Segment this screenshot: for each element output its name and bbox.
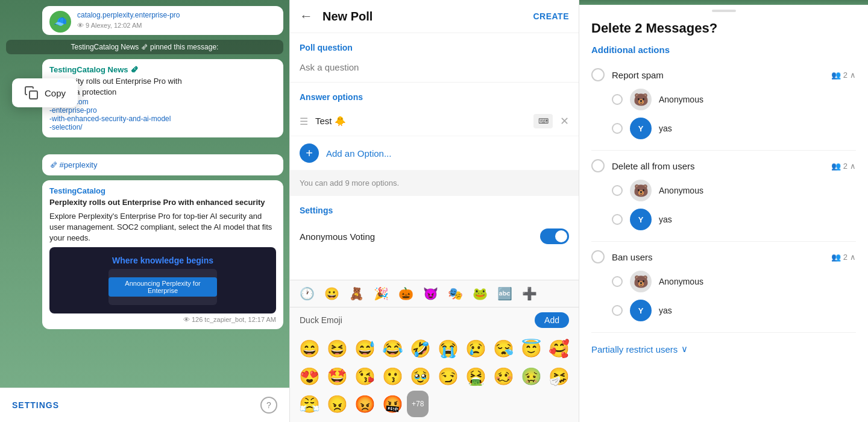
emoji-22[interactable]: 😠 bbox=[324, 391, 350, 417]
emoji-tabs: 🕐 😀 🧸 🎉 🎃 😈 🎭 🐸 🔤 ➕ bbox=[290, 280, 579, 307]
emoji-11[interactable]: 😍 bbox=[296, 363, 322, 389]
options-hint: You can add 9 more options. bbox=[290, 170, 579, 196]
msg1: Perplexity rolls out Enterprise Pro with bbox=[49, 76, 276, 87]
emoji-5[interactable]: 🤣 bbox=[407, 335, 433, 362]
emoji-17[interactable]: 🤮 bbox=[462, 363, 489, 389]
avatar-yas-ban: Y bbox=[630, 300, 652, 321]
radio-spam[interactable] bbox=[591, 68, 605, 81]
emoji-18[interactable]: 🥴 bbox=[490, 363, 517, 389]
user-row-anon-delete: 🐻 Anonymous bbox=[612, 176, 856, 205]
add-option-row[interactable]: + Add an Option... bbox=[290, 136, 579, 170]
emoji-12[interactable]: 🤩 bbox=[324, 363, 350, 389]
copy-popup[interactable]: Copy bbox=[12, 78, 78, 107]
user-row-anon-ban: 🐻 Anonymous bbox=[612, 267, 856, 296]
radio-delete[interactable] bbox=[591, 159, 605, 172]
bottom-meta: 👁 126 tc_zapier_bot, 12:17 AM bbox=[49, 316, 276, 323]
emoji-tab-smile[interactable]: 😀 bbox=[321, 284, 343, 303]
emoji-7[interactable]: 😢 bbox=[462, 335, 489, 362]
emoji-20[interactable]: 🤧 bbox=[546, 363, 572, 389]
emoji-tab-frog[interactable]: 🐸 bbox=[469, 284, 491, 303]
handle-bar bbox=[712, 10, 736, 12]
emoji-tab-text[interactable]: 🔤 bbox=[494, 284, 516, 303]
emoji-tab-add[interactable]: ➕ bbox=[518, 284, 541, 303]
link2[interactable]: -enterprise-pro bbox=[49, 106, 276, 115]
user-list-delete: 🐻 Anonymous Y yas bbox=[591, 176, 856, 239]
add-option-label[interactable]: Add an Option... bbox=[326, 148, 391, 159]
chevron-spam: ∧ bbox=[850, 71, 856, 80]
question-input[interactable] bbox=[290, 57, 579, 83]
action-header-delete: Delete all from users 👥 2 ∧ bbox=[591, 153, 856, 176]
partially-restrict-link[interactable]: Partially restrict users ∨ bbox=[579, 335, 868, 363]
action-ban-users: Ban users 👥 2 ∧ 🐻 Anonymous Y yas bbox=[579, 244, 868, 333]
emoji-tab-party[interactable]: 🎉 bbox=[370, 284, 392, 303]
keyboard-icon[interactable]: ⌨ bbox=[533, 114, 553, 128]
help-icon[interactable]: ? bbox=[260, 397, 277, 414]
delete-handle bbox=[579, 5, 868, 14]
poll-panel: ← New Poll CREATE Poll question Answer o… bbox=[289, 0, 579, 422]
emoji-24[interactable]: 🤬 bbox=[379, 391, 406, 417]
emoji-21[interactable]: 😤 bbox=[296, 391, 322, 417]
emoji-tab-face2[interactable]: 😈 bbox=[420, 284, 442, 303]
emoji-more-badge[interactable]: +78 bbox=[407, 391, 429, 417]
pinned-notice: TestingCatalog News 🗞 pinned this messag… bbox=[6, 40, 283, 54]
emoji-14[interactable]: 😗 bbox=[379, 363, 406, 389]
username-anon-ban: Anonymous bbox=[659, 277, 703, 286]
radio-anon-spam[interactable] bbox=[612, 94, 623, 105]
link1[interactable]: catalog.com bbox=[49, 98, 276, 106]
emoji-2[interactable]: 😆 bbox=[324, 335, 350, 362]
user-count-delete: 👥 2 ∧ bbox=[831, 162, 856, 171]
add-circle-icon[interactable]: + bbox=[300, 143, 319, 163]
user-row-yas-delete: Y yas bbox=[612, 205, 856, 234]
anonymous-toggle[interactable] bbox=[540, 228, 569, 244]
users-icon-spam: 👥 bbox=[831, 71, 841, 80]
emoji-19[interactable]: 🤢 bbox=[518, 363, 544, 389]
eye-icon: 👁 bbox=[77, 22, 84, 29]
link4[interactable]: -selection/ bbox=[49, 123, 276, 131]
radio-anon-delete[interactable] bbox=[612, 185, 623, 196]
emoji-16[interactable]: 😏 bbox=[435, 363, 461, 389]
emoji-13[interactable]: 😘 bbox=[351, 363, 378, 389]
close-icon-1[interactable]: ✕ bbox=[560, 115, 569, 128]
emoji-6[interactable]: 😭 bbox=[435, 335, 461, 362]
link3[interactable]: -with-enhanced-security-and-ai-model bbox=[49, 115, 276, 123]
radio-yas-spam[interactable] bbox=[612, 123, 623, 134]
article-image: Where knowledge begins Announcing Perple… bbox=[49, 247, 276, 313]
emoji-9[interactable]: 😇 bbox=[518, 335, 544, 362]
radio-anon-ban[interactable] bbox=[612, 276, 623, 287]
emoji-tab-pumpkin[interactable]: 🎃 bbox=[395, 284, 417, 303]
radio-yas-delete[interactable] bbox=[612, 214, 623, 225]
poll-title: New Poll bbox=[322, 10, 533, 24]
emoji-tab-bear[interactable]: 🧸 bbox=[345, 284, 368, 303]
settings-button[interactable]: SETTINGS bbox=[12, 400, 59, 410]
emoji-1[interactable]: 😄 bbox=[296, 335, 322, 362]
radio-yas-ban[interactable] bbox=[612, 305, 623, 316]
emoji-tab-clock[interactable]: 🕐 bbox=[296, 284, 318, 303]
anonymous-label: Anonymous Voting bbox=[300, 231, 375, 242]
emoji-15[interactable]: 🥹 bbox=[407, 363, 433, 389]
emoji-23[interactable]: 😡 bbox=[351, 391, 378, 417]
emoji-8[interactable]: 😪 bbox=[490, 335, 517, 362]
avatar-yas-delete: Y bbox=[630, 209, 652, 230]
action-header-left-spam: Report spam bbox=[591, 68, 664, 81]
back-button[interactable]: ← bbox=[300, 8, 313, 24]
action-name-spam: Report spam bbox=[612, 70, 664, 80]
radio-ban[interactable] bbox=[591, 250, 605, 263]
top-link[interactable]: catalog.perplexity.enterprise-pro bbox=[77, 11, 276, 19]
main-message: TestingCatalog Perplexity rolls out Ente… bbox=[42, 180, 283, 329]
emoji-10[interactable]: 🥰 bbox=[546, 335, 572, 362]
copy-label[interactable]: Copy bbox=[45, 88, 66, 98]
avatar-anon-ban: 🐻 bbox=[630, 271, 652, 292]
answer-row-1: ☰ Test 🐥 ⌨ ✕ bbox=[290, 107, 579, 136]
create-button[interactable]: CREATE bbox=[533, 11, 569, 21]
action-header-left-delete: Delete all from users bbox=[591, 159, 695, 172]
emoji-4[interactable]: 😂 bbox=[379, 335, 406, 362]
drag-icon[interactable]: ☰ bbox=[300, 116, 308, 127]
partially-restrict-label[interactable]: Partially restrict users bbox=[591, 344, 678, 354]
delete-title: Delete 2 Messages? bbox=[579, 14, 868, 40]
chevron-ban: ∧ bbox=[850, 253, 856, 262]
poll-header: ← New Poll CREATE bbox=[290, 0, 579, 33]
emoji-add-button[interactable]: Add bbox=[535, 312, 569, 328]
emoji-tab-masks[interactable]: 🎭 bbox=[444, 284, 467, 303]
emoji-3[interactable]: 😅 bbox=[351, 335, 378, 362]
additional-actions-label: Additional actions bbox=[579, 40, 868, 62]
